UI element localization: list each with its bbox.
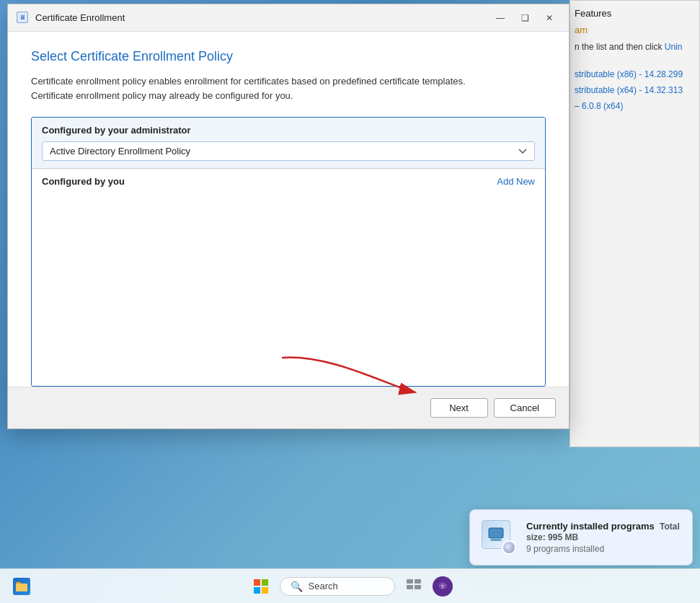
user-content-area	[42, 193, 535, 379]
dialog-footer: Next Cancel	[8, 387, 569, 428]
taskbar-center: 🔍 Search T	[248, 573, 453, 599]
svg-rect-11	[407, 579, 413, 584]
program-title: Currently installed programs Total size:…	[526, 521, 681, 542]
close-button[interactable]: ✕	[539, 9, 560, 27]
policy-box: Configured by your administrator Active …	[31, 117, 546, 387]
dialog-titlebar: 🖥 Certificate Enrollment — ❑ ✕	[8, 4, 569, 32]
svg-text:T: T	[440, 584, 444, 590]
svg-rect-1	[489, 528, 503, 538]
dialog-title-text: Certificate Enrollment	[35, 12, 125, 23]
svg-rect-13	[407, 585, 413, 589]
next-button[interactable]: Next	[430, 398, 488, 418]
certificate-icon: 🖥	[17, 12, 30, 25]
minimize-button[interactable]: —	[489, 9, 511, 27]
svg-rect-2	[492, 538, 500, 540]
list-item: stributable (x64) - 14.32.313	[575, 84, 695, 97]
task-view-button[interactable]	[401, 573, 427, 599]
bg-window-program-label: am	[575, 25, 695, 35]
user-section: Configured by you Add New	[32, 169, 545, 386]
search-icon: 🔍	[291, 581, 303, 592]
program-disc-icon	[502, 540, 516, 555]
bg-window-instruction: n the list and then click Unin	[575, 41, 695, 53]
admin-section: Configured by your administrator Active …	[32, 118, 545, 169]
svg-rect-6	[16, 584, 27, 591]
taskbar-search-box[interactable]: 🔍 Search	[280, 577, 395, 596]
start-button[interactable]	[248, 573, 274, 599]
certificate-enrollment-dialog: 🖥 Certificate Enrollment — ❑ ✕ Select Ce…	[7, 4, 570, 429]
dialog-controls: — ❑ ✕	[489, 9, 560, 27]
svg-rect-8	[262, 579, 268, 586]
svg-rect-3	[490, 540, 502, 541]
dialog-description: Certificate enrollment policy enables en…	[31, 74, 546, 102]
teams-chat-icon[interactable]: T	[433, 576, 453, 597]
taskbar-left	[9, 573, 35, 599]
search-label: Search	[309, 581, 338, 591]
program-count: 9 programs installed	[526, 544, 681, 554]
installed-programs-panel: Currently installed programs Total size:…	[469, 509, 693, 565]
maximize-button[interactable]: ❑	[514, 9, 536, 27]
file-explorer-icon[interactable]	[9, 573, 35, 599]
bg-window-features-label: Features	[575, 8, 695, 19]
list-item: stributable (x86) - 14.28.299	[575, 68, 695, 81]
list-item: – 6.0.8 (x64)	[575, 100, 695, 113]
svg-rect-7	[254, 579, 260, 586]
svg-rect-5	[16, 582, 21, 584]
dialog-heading: Select Certificate Enrollment Policy	[31, 49, 546, 64]
add-new-link[interactable]: Add New	[497, 176, 535, 187]
file-explorer-icon-visual	[13, 578, 30, 595]
svg-rect-12	[415, 579, 421, 584]
policy-dropdown[interactable]: Active Directory Enrollment Policy	[42, 141, 535, 161]
admin-section-label: Configured by your administrator	[42, 125, 535, 136]
svg-rect-10	[262, 587, 268, 594]
program-icon	[482, 520, 516, 555]
user-section-label: Configured by you	[42, 176, 125, 187]
program-info: Currently installed programs Total size:…	[526, 521, 681, 554]
taskbar: 🔍 Search T	[0, 568, 700, 603]
svg-rect-9	[254, 587, 260, 594]
user-section-header: Configured by you Add New	[42, 176, 535, 187]
cancel-button[interactable]: Cancel	[494, 398, 556, 418]
dialog-title-area: 🖥 Certificate Enrollment	[17, 12, 125, 25]
svg-rect-14	[415, 585, 421, 589]
bg-window-items: stributable (x86) - 14.28.299 stributabl…	[575, 68, 695, 113]
programs-features-window: Features am n the list and then click Un…	[570, 0, 700, 447]
dialog-body: Select Certificate Enrollment Policy Cer…	[8, 32, 569, 387]
